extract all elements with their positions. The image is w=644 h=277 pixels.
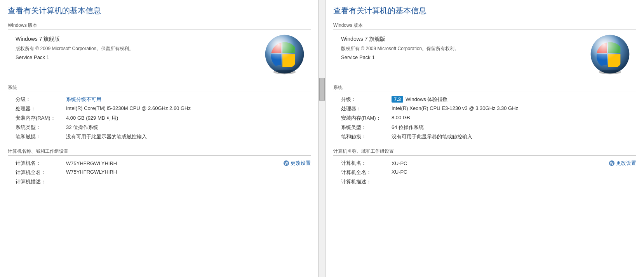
left-change-settings-icon: W [283,160,289,166]
left-pen-row: 笔和触摸： 没有可用于此显示器的笔或触控输入 [16,133,311,140]
right-computer-info: 计算机名： XU-PC W 更改设置 计算机全名： XU-PC 计算机描述： [333,160,636,185]
left-processor-row: 处理器： Intel(R) Core(TM) i5-3230M CPU @ 2.… [16,105,311,112]
right-ram-row: 安装内存(RAM)： 8.00 GB [341,115,636,122]
left-computer-name-row: 计算机名： W75YHFRGWLYHIRH W 更改设置 [16,160,311,167]
left-rating-value[interactable]: 系统分级不可用 [66,96,311,103]
left-rating-row: 分级： 系统分级不可用 [16,96,311,103]
right-computer-section: 计算机名称、域和工作组设置 计算机名： XU-PC W 更改设置 计算机全名： … [333,148,636,185]
right-rating-badge[interactable]: 7.3 [392,96,403,103]
right-pen-row: 笔和触摸： 没有可用于此显示器的笔或触控输入 [341,133,636,140]
left-panel: 查看有关计算机的基本信息 Windows 版本 Windows 7 旗舰版 版权… [0,0,319,277]
right-processor-row: 处理器： Intel(R) Xeon(R) CPU E3-1230 v3 @ 3… [341,105,636,112]
left-computer-info: 计算机名： W75YHFRGWLYHIRH W 更改设置 计算机全名： W75Y… [8,160,311,185]
left-change-settings-text: 更改设置 [291,160,311,167]
right-windows-version-section: Windows 版本 Windows 7 旗舰版 版权所有 © 2009 Mic… [333,22,636,77]
right-page-title: 查看有关计算机的基本信息 [333,5,636,16]
right-change-settings-icon: W [609,160,615,166]
left-system-section: 系统 分级： 系统分级不可用 处理器： Intel(R) Core(TM) i5… [8,84,311,140]
right-system-type-label: 系统类型： [341,124,392,131]
svg-point-2 [265,35,304,74]
left-computer-section: 计算机名称、域和工作组设置 计算机名： W75YHFRGWLYHIRH W 更改… [8,148,311,185]
right-system-info: 分级： 7.3Windows 体验指数 处理器： Intel(R) Xeon(R… [333,96,636,140]
right-change-settings-text: 更改设置 [616,160,636,167]
right-processor-value: Intel(R) Xeon(R) CPU E3-1230 v3 @ 3.30GH… [392,105,636,111]
right-windows-version-block: Windows 7 旗舰版 版权所有 © 2009 Microsoft Corp… [333,34,636,77]
right-windows-version-label: Windows 版本 [333,22,636,30]
left-system-type-value: 32 位操作系统 [66,124,311,131]
right-pen-label: 笔和触摸： [341,133,392,140]
left-description-label: 计算机描述： [16,178,66,185]
right-computer-section-label: 计算机名称、域和工作组设置 [333,148,636,156]
right-change-settings-link[interactable]: W 更改设置 [609,160,636,167]
right-ram-label: 安装内存(RAM)： [341,115,392,122]
right-rating-label: 分级： [341,96,392,103]
left-description-row: 计算机描述： [16,178,311,185]
right-full-name-label: 计算机全名： [341,169,392,176]
left-processor-value: Intel(R) Core(TM) i5-3230M CPU @ 2.60GHz… [66,105,311,111]
right-full-name-value: XU-PC [392,169,636,175]
svg-point-8 [591,35,630,74]
svg-text:W: W [284,161,288,166]
right-panel: 查看有关计算机的基本信息 Windows 版本 Windows 7 旗舰版 版权… [325,0,644,277]
left-computer-name-value: W75YHFRGWLYHIRH [66,160,283,166]
left-full-name-label: 计算机全名： [16,169,66,176]
left-ram-label: 安装内存(RAM)： [16,115,66,122]
left-windows-logo [262,32,307,77]
left-full-name-value: W75YHFRGWLYHIRH [66,169,311,175]
svg-point-3 [273,70,296,75]
right-ram-value: 8.00 GB [392,115,636,120]
left-windows-version-block: Windows 7 旗舰版 版权所有 © 2009 Microsoft Corp… [8,34,311,77]
left-system-type-label: 系统类型： [16,124,66,131]
left-processor-label: 处理器： [16,105,66,112]
left-system-type-row: 系统类型： 32 位操作系统 [16,124,311,131]
left-page-title: 查看有关计算机的基本信息 [8,5,311,16]
right-rating-row: 分级： 7.3Windows 体验指数 [341,96,636,103]
right-description-label: 计算机描述： [341,178,392,185]
left-rating-label: 分级： [16,96,66,103]
right-description-row: 计算机描述： [341,178,636,185]
right-computer-name-row: 计算机名： XU-PC W 更改设置 [341,160,636,167]
right-pen-value: 没有可用于此显示器的笔或触控输入 [392,133,636,140]
left-system-info: 分级： 系统分级不可用 处理器： Intel(R) Core(TM) i5-32… [8,96,311,140]
scrollbar[interactable] [319,0,325,277]
right-system-type-row: 系统类型： 64 位操作系统 [341,124,636,131]
right-system-type-value: 64 位操作系统 [392,124,636,131]
left-windows-version-label: Windows 版本 [8,22,311,30]
left-computer-section-label: 计算机名称、域和工作组设置 [8,148,311,156]
right-computer-name-value: XU-PC [392,160,609,166]
left-pen-label: 笔和触摸： [16,133,66,140]
left-ram-value: 4.00 GB (929 MB 可用) [66,115,311,122]
left-windows-version-section: Windows 版本 Windows 7 旗舰版 版权所有 © 2009 Mic… [8,22,311,77]
left-pen-value: 没有可用于此显示器的笔或触控输入 [66,133,311,140]
right-full-name-row: 计算机全名： XU-PC [341,169,636,176]
right-computer-name-label: 计算机名： [341,160,392,167]
scrollbar-thumb[interactable] [319,78,325,101]
left-full-name-row: 计算机全名： W75YHFRGWLYHIRH [16,169,311,176]
right-rating-value: 7.3Windows 体验指数 [392,96,636,103]
left-change-settings-link[interactable]: W 更改设置 [283,160,311,167]
svg-point-9 [599,70,621,75]
left-ram-row: 安装内存(RAM)： 4.00 GB (929 MB 可用) [16,115,311,122]
right-rating-text: Windows 体验指数 [406,96,447,102]
right-system-label: 系统 [333,84,636,92]
svg-text:W: W [610,161,614,166]
left-computer-name-label: 计算机名： [16,160,66,167]
right-processor-label: 处理器： [341,105,392,112]
right-system-section: 系统 分级： 7.3Windows 体验指数 处理器： Intel(R) Xeo… [333,84,636,140]
left-system-label: 系统 [8,84,311,92]
right-windows-logo [588,32,632,77]
